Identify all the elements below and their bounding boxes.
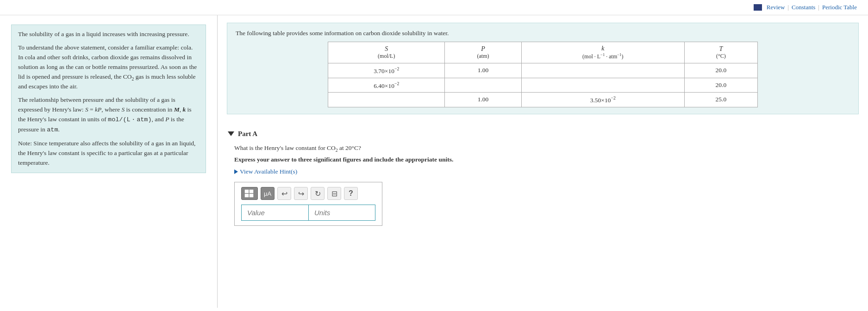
grid-button[interactable] [241,187,258,200]
info-intro: The following table provides some inform… [236,30,850,37]
left-panel: The solubility of a gas in a liquid incr… [0,15,218,308]
table-row: 6.40×10−2 20.0 [328,78,758,93]
value-input[interactable] [241,205,308,221]
undo-button[interactable]: ↩ [277,187,291,200]
refresh-icon: ↻ [315,189,321,198]
col-header-T: T (°C) [684,42,757,63]
part-a-section: Part A What is the Henry's law constant … [218,122,868,235]
redo-icon: ↪ [298,189,304,198]
svg-rect-1 [250,190,253,193]
sep2: | [818,4,819,11]
review-link[interactable]: Review [767,4,785,11]
cell-T2: 20.0 [684,78,757,93]
question-instruction: Express your answer to three significant… [234,156,857,163]
answer-box: μA ↩ ↪ ↻ ⊟ ? [234,182,382,226]
grid-icon [244,189,255,198]
answer-toolbar: μA ↩ ↪ ↻ ⊟ ? [241,187,375,200]
help-button[interactable]: ? [344,187,358,200]
cell-k3: 3.50×10−2 [521,93,684,107]
cell-P3: 1.00 [445,93,521,107]
col-header-k: k (mol · L−1 · atm−1) [521,42,684,63]
cell-S3 [328,93,445,107]
undo-icon: ↩ [281,189,287,198]
units-input[interactable] [308,205,375,221]
hint-arrow-icon [234,169,238,174]
left-para4: Note: Since temperature also affects the… [18,139,199,168]
refresh-button[interactable]: ↻ [311,187,325,200]
right-panel: The following table provides some inform… [218,15,868,308]
table-row: 3.70×10−2 1.00 20.0 [328,63,758,78]
hint-label: View Available Hint(s) [240,168,297,175]
col-header-P: P (atm) [445,42,521,63]
left-para1: The solubility of a gas in a liquid incr… [18,30,199,39]
review-icon [754,4,762,11]
cell-P2 [445,78,521,93]
col-header-S: S (mol/L) [328,42,445,63]
keyboard-icon: ⊟ [331,189,337,198]
cell-T3: 25.0 [684,93,757,107]
help-icon: ? [349,189,353,198]
cell-k2 [521,78,684,93]
constants-link[interactable]: Constants [792,4,815,11]
data-table: S (mol/L) P (atm) k (mol · L−1 · atm−1) [328,42,758,107]
mu-label: μA [264,190,271,197]
cell-S1: 3.70×10−2 [328,63,445,78]
left-para3: The relationship between pressure and th… [18,95,199,135]
svg-rect-0 [245,190,249,193]
periodic-table-link[interactable]: Periodic Table [822,4,857,11]
info-box: The following table provides some inform… [227,23,859,114]
left-para2: To understand the above statement, consi… [18,43,199,92]
table-row: 1.00 3.50×10−2 25.0 [328,93,758,107]
cell-T1: 20.0 [684,63,757,78]
top-bar: Review | Constants | Periodic Table [0,0,868,15]
part-a-header[interactable]: Part A [229,130,857,138]
question-text: What is the Henry's law constant for CO2… [234,144,857,153]
svg-rect-2 [245,194,249,197]
cell-S2: 6.40×10−2 [328,78,445,93]
keyboard-button[interactable]: ⊟ [327,187,341,200]
input-row [241,205,375,221]
cell-k1 [521,63,684,78]
hint-link[interactable]: View Available Hint(s) [234,168,857,175]
collapse-triangle [228,131,234,136]
svg-rect-3 [250,194,253,197]
cell-P1: 1.00 [445,63,521,78]
redo-button[interactable]: ↪ [294,187,308,200]
sep1: | [787,4,789,11]
mu-button[interactable]: μA [261,187,275,200]
part-a-label: Part A [238,130,257,138]
